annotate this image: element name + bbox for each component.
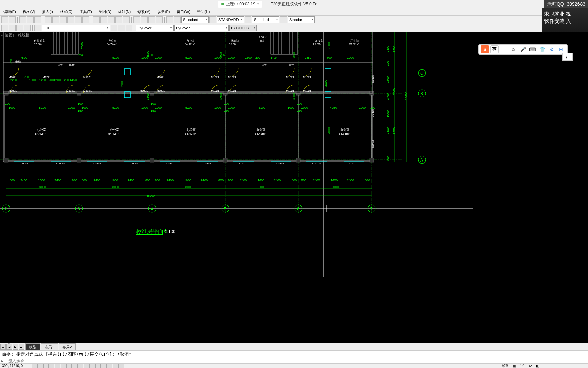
tool-icon[interactable] [1, 25, 8, 31]
tool-icon[interactable] [19, 16, 26, 23]
tool-icon[interactable] [245, 16, 251, 23]
polar-toggle[interactable] [49, 364, 54, 368]
tab-layout1[interactable]: 布局1 [41, 343, 58, 351]
tool-icon[interactable] [100, 16, 107, 23]
ime-mic-icon[interactable]: 🎤 [519, 45, 527, 53]
tool-icon[interactable] [148, 16, 155, 23]
tool-icon[interactable] [60, 16, 67, 23]
live-status-pill[interactable]: 上课中 00:03:19 ▾ [218, 1, 262, 8]
status-toggle[interactable] [118, 364, 124, 368]
lineweight-dropdown[interactable]: BYCOLOR [229, 25, 257, 31]
tool-icon[interactable] [174, 16, 181, 23]
menu-modify[interactable]: 修改(M) [134, 9, 154, 14]
status-toggle[interactable] [107, 364, 112, 368]
osnap-toggle[interactable] [55, 364, 60, 368]
sc-toggle[interactable] [95, 364, 101, 368]
tool-icon[interactable] [24, 25, 31, 31]
tool-icon[interactable] [209, 16, 216, 23]
status-toggle[interactable] [113, 364, 118, 368]
ime-grid-icon[interactable]: ⊞ [557, 45, 565, 53]
tool-icon[interactable] [9, 25, 16, 31]
sogou-icon[interactable]: S [481, 45, 489, 53]
tool-icon[interactable] [34, 16, 41, 23]
menu-insert[interactable]: 插入(I) [38, 9, 56, 14]
tool-icon[interactable] [126, 25, 132, 31]
linetype-dropdown[interactable]: ByLayer [174, 25, 229, 31]
status-icon[interactable]: ◧ [535, 364, 540, 368]
menu-edit[interactable]: 编辑(E) [0, 9, 19, 14]
tool-icon[interactable] [93, 16, 100, 23]
lwt-toggle[interactable] [78, 364, 83, 368]
color-dropdown[interactable]: ByLayer [136, 25, 174, 31]
ime-skin-icon[interactable]: 👕 [538, 45, 546, 53]
menu-help[interactable]: 帮助(H) [194, 9, 213, 14]
tool-icon[interactable] [75, 16, 82, 23]
menu-window[interactable]: 窗口(W) [173, 9, 194, 14]
tab-prev-icon[interactable]: ◀ [6, 344, 12, 350]
tool-icon[interactable] [123, 16, 130, 23]
svg-text:200: 200 [24, 75, 29, 79]
qp-toggle[interactable] [89, 364, 95, 368]
svg-text:1:100: 1:100 [165, 229, 175, 234]
svg-text:前室: 前室 [259, 39, 265, 42]
tab-model[interactable]: 模型 [25, 343, 40, 351]
dyn-toggle[interactable] [72, 364, 78, 368]
ime-lang[interactable]: 英 [490, 45, 499, 53]
ime-keyboard-icon[interactable]: ⌨ [528, 45, 537, 53]
tpy-toggle[interactable] [84, 364, 89, 368]
tool-icon[interactable] [27, 16, 34, 23]
viewport-label[interactable]: -][俯视][二维线框 [1, 33, 29, 38]
dim-style-dropdown[interactable]: STANDARD [217, 16, 244, 23]
status-icon[interactable]: ⚙ [527, 364, 533, 368]
tool-icon[interactable] [108, 16, 115, 23]
ime-punct-icon[interactable]: ， [500, 45, 508, 53]
layer-dropdown[interactable]: □ 0 [42, 25, 110, 31]
tool-icon[interactable] [16, 25, 23, 31]
app-title: T20天正建筑软件 V5.0 Fo [271, 1, 317, 7]
menu-param[interactable]: 参数(P) [154, 9, 174, 14]
ortho-toggle[interactable] [43, 364, 49, 368]
tool-icon[interactable] [67, 16, 74, 23]
ime-emoji-icon[interactable]: ☺ [509, 45, 518, 53]
menu-format[interactable]: 格式(O) [56, 9, 76, 14]
table-style-dropdown[interactable]: Standard [252, 16, 279, 23]
tab-first-icon[interactable]: ⏮ [0, 344, 6, 350]
snap-toggle[interactable] [32, 364, 37, 368]
anno-scale[interactable]: 1:1 [519, 364, 526, 368]
tool-icon[interactable] [115, 16, 122, 23]
tool-icon[interactable] [1, 16, 8, 23]
text-style-dropdown[interactable]: Standard [181, 16, 209, 23]
tool-icon[interactable] [9, 16, 16, 23]
otrack-toggle[interactable] [61, 364, 66, 368]
status-icon[interactable]: ▦ [511, 364, 517, 368]
drawing-canvas[interactable]: -][俯视][二维线框 2 3 4 5 6 7 A B C [0, 32, 588, 344]
ime-west-label: 西 [562, 53, 573, 61]
tab-layout2[interactable]: 布局2 [59, 343, 76, 351]
tool-icon[interactable] [45, 16, 52, 23]
ime-toolbar[interactable]: S 英 ， ☺ 🎤 ⌨ 👕 ⚙ ⊞ [478, 44, 568, 55]
tool-icon[interactable] [118, 25, 125, 31]
tool-icon[interactable] [156, 16, 163, 23]
tool-icon[interactable] [141, 16, 148, 23]
tool-icon[interactable] [82, 16, 89, 23]
mleader-style-dropdown[interactable]: Standard [288, 16, 315, 23]
menu-dim[interactable]: 标注(N) [115, 9, 134, 14]
tool-icon[interactable] [52, 16, 59, 23]
grid-toggle[interactable] [37, 364, 43, 368]
tool-icon[interactable] [34, 25, 41, 31]
command-input[interactable] [8, 358, 587, 363]
ducs-toggle[interactable] [66, 364, 72, 368]
tab-next-icon[interactable]: ▶ [13, 344, 18, 350]
svg-text:办公室: 办公室 [315, 39, 323, 42]
tool-icon[interactable] [133, 16, 140, 23]
menu-view[interactable]: 视图(V) [19, 9, 39, 14]
model-space-label[interactable]: 模型 [501, 364, 510, 368]
am-toggle[interactable] [101, 364, 107, 368]
tool-icon[interactable] [280, 16, 287, 23]
menu-tools[interactable]: 工具(T) [76, 9, 95, 14]
menu-draw[interactable]: 绘图(D) [95, 9, 115, 14]
tool-icon[interactable] [166, 16, 173, 23]
tab-last-icon[interactable]: ⏭ [19, 344, 24, 350]
ime-tool-icon[interactable]: ⚙ [548, 45, 556, 53]
tool-icon[interactable] [111, 25, 117, 31]
